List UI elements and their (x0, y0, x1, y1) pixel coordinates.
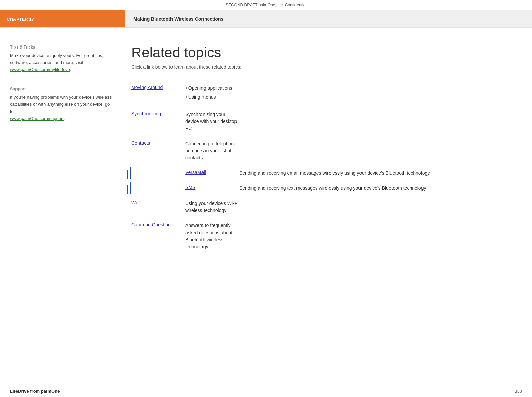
spacer-row (131, 194, 512, 197)
chapter-label: CHAPTER 17 (0, 10, 125, 27)
topic-desc: Using your device's Wi-Fi wireless techn… (185, 197, 239, 217)
topic-link[interactable]: Wi-Fi (131, 200, 143, 205)
chapter-title: Making Bluetooth Wireless Connections (125, 10, 532, 27)
topic-link-cell: Common Questions (131, 219, 185, 253)
content-area: Related topics Click a link below to lea… (125, 41, 532, 372)
topic-desc: Sending and receiving text messages wire… (239, 182, 512, 194)
table-row: Common QuestionsAnswers to frequently as… (131, 219, 512, 253)
footer-page: 330 (514, 389, 522, 394)
topic-link-cell: Moving Around (131, 82, 185, 105)
footer: LifeDrive from palmOne 330 (0, 385, 532, 397)
table-row: Moving Around• Opening applications• Usi… (131, 82, 512, 105)
topic-link-cell: Contacts (131, 138, 185, 164)
topic-desc: • Opening applications• Using menus (185, 82, 239, 105)
table-row: Wi-FiUsing your device's Wi-Fi wireless … (131, 197, 512, 217)
bullet-item: • Using menus (185, 94, 239, 101)
topic-link[interactable]: Contacts (131, 140, 150, 146)
footer-brand: LifeDrive from palmOne (10, 389, 60, 394)
watermark-bar: SECOND DRAFT palmOne, Inc. Confidential (0, 0, 532, 10)
table-row: SMSSending and receiving text messages w… (131, 182, 512, 194)
chapter-header: CHAPTER 17 Making Bluetooth Wireless Con… (0, 10, 532, 28)
main-content: Tips & Tricks Make your device uniquely … (0, 28, 532, 372)
spacer-row (131, 105, 512, 108)
spacer-row (131, 135, 512, 138)
topic-link-cell: SMS (185, 182, 239, 194)
topic-link[interactable]: VersaMail (185, 170, 206, 175)
support-link[interactable]: www.palmOne.com/support (10, 116, 64, 121)
tips-title: Tips & Tricks (10, 45, 115, 50)
topic-desc: Answers to frequently asked questions ab… (185, 219, 239, 253)
table-row: VersaMailSending and receiving email mes… (131, 167, 512, 179)
support-section: Support If you're having problems with y… (10, 87, 115, 122)
topic-desc: Sending and receiving email messages wir… (239, 167, 512, 179)
topic-desc: Synchronizing your device with your desk… (185, 108, 239, 135)
table-row: SynchronizingSynchronizing your device w… (131, 108, 512, 135)
topic-link[interactable]: Moving Around (131, 85, 163, 90)
tips-section: Tips & Tricks Make your device uniquely … (10, 45, 115, 73)
topic-desc: Connecting to telephone numbers in your … (185, 138, 239, 164)
table-row: ContactsConnecting to telephone numbers … (131, 138, 512, 164)
topic-link[interactable]: SMS (185, 185, 195, 190)
topic-link-cell: Wi-Fi (131, 197, 185, 217)
topic-link[interactable]: Common Questions (131, 222, 173, 227)
topic-link[interactable]: Synchronizing (131, 111, 161, 116)
spacer-row (131, 179, 512, 182)
page-subtitle: Click a link below to learn about these … (131, 64, 512, 70)
spacer-row (131, 253, 512, 256)
tips-link[interactable]: www.palmOne.com/mylifedrive (10, 67, 70, 72)
topic-link-cell: VersaMail (185, 167, 239, 179)
spacer-row (131, 217, 512, 219)
page-heading: Related topics (131, 45, 512, 60)
sidebar: Tips & Tricks Make your device uniquely … (0, 41, 125, 372)
tips-body: Make your device uniquely yours. For gre… (10, 52, 115, 73)
topics-table: Moving Around• Opening applications• Usi… (131, 82, 512, 256)
support-body: If you're having problems with your devi… (10, 94, 115, 122)
bullet-item: • Opening applications (185, 85, 239, 92)
watermark-text: SECOND DRAFT palmOne, Inc. Confidential (226, 3, 306, 7)
spacer-row (131, 164, 512, 167)
topic-link-cell: Synchronizing (131, 108, 185, 135)
support-title: Support (10, 87, 115, 91)
